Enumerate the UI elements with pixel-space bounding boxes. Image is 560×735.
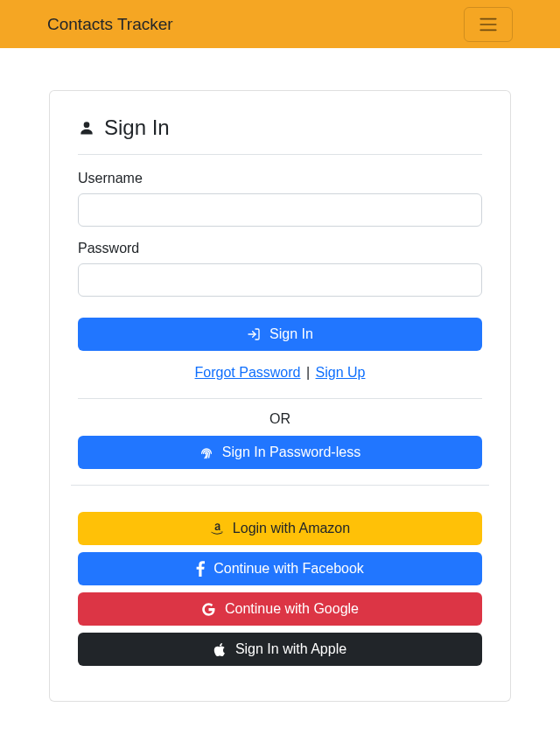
amazon-icon xyxy=(210,522,224,536)
password-input[interactable] xyxy=(78,263,482,297)
card-title-row: Sign In xyxy=(78,116,482,155)
username-input[interactable] xyxy=(78,193,482,227)
apple-icon xyxy=(214,642,227,657)
or-text: OR xyxy=(78,411,482,427)
navbar-toggler[interactable] xyxy=(464,7,513,42)
signin-card: Sign In Username Password Sign In xyxy=(49,90,511,702)
signin-button[interactable]: Sign In xyxy=(78,318,482,351)
person-icon xyxy=(78,119,95,136)
main-container: Sign In Username Password Sign In xyxy=(0,48,560,702)
google-icon xyxy=(201,602,216,617)
divider-top xyxy=(78,398,482,399)
password-group: Password xyxy=(78,241,482,297)
oauth-buttons: Login with Amazon Continue with Facebook… xyxy=(78,512,482,666)
links-row: Forgot Password | Sign Up xyxy=(78,365,482,381)
facebook-login-button[interactable]: Continue with Facebook xyxy=(78,552,482,585)
apple-button-label: Sign In with Apple xyxy=(235,641,346,657)
fingerprint-icon xyxy=(200,445,214,459)
username-group: Username xyxy=(78,171,482,227)
facebook-icon xyxy=(196,561,205,577)
google-button-label: Continue with Google xyxy=(225,601,359,617)
signin-button-wrap: Sign In xyxy=(78,318,482,351)
username-label: Username xyxy=(78,171,482,186)
svg-point-3 xyxy=(84,122,90,128)
facebook-button-label: Continue with Facebook xyxy=(214,561,364,577)
brand-title[interactable]: Contacts Tracker xyxy=(47,15,173,34)
amazon-login-button[interactable]: Login with Amazon xyxy=(78,512,482,545)
signup-link[interactable]: Sign Up xyxy=(316,365,366,380)
passwordless-button[interactable]: Sign In Password-less xyxy=(78,436,482,469)
signin-icon xyxy=(247,327,261,341)
forgot-password-link[interactable]: Forgot Password xyxy=(195,365,301,380)
navbar: Contacts Tracker xyxy=(0,0,560,48)
passwordless-button-label: Sign In Password-less xyxy=(222,444,360,460)
password-label: Password xyxy=(78,241,482,256)
divider-bottom xyxy=(71,485,489,486)
apple-login-button[interactable]: Sign In with Apple xyxy=(78,633,482,666)
google-login-button[interactable]: Continue with Google xyxy=(78,592,482,626)
hamburger-icon xyxy=(475,14,501,35)
link-separator: | xyxy=(306,365,310,380)
signin-button-label: Sign In xyxy=(270,326,313,342)
amazon-button-label: Login with Amazon xyxy=(233,521,350,536)
card-title-text: Sign In xyxy=(104,116,170,140)
